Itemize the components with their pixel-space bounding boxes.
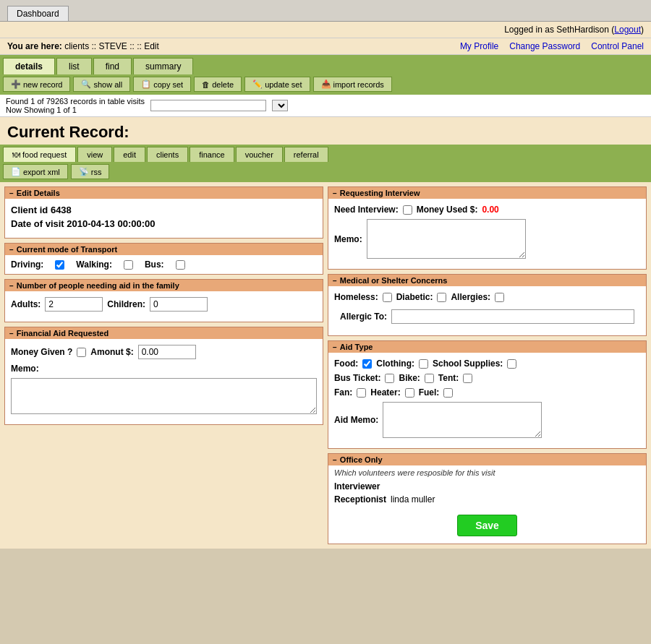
- diabetic-checkbox[interactable]: [437, 293, 446, 302]
- adults-input[interactable]: [45, 297, 103, 312]
- date-row: Date of visit 2010-04-13 00:00:00: [11, 218, 317, 229]
- family-title: Number of people needing aid in the fami…: [17, 281, 179, 290]
- homeless-checkbox[interactable]: [383, 293, 392, 302]
- allergies-checkbox[interactable]: [495, 293, 504, 302]
- sub-tab-clients[interactable]: clients: [147, 147, 188, 162]
- interview-section: − Requesting Interview Need Interview: M…: [328, 186, 647, 270]
- tent-checkbox[interactable]: [463, 374, 472, 383]
- client-id-value: 6438: [51, 205, 72, 215]
- browser-tab[interactable]: Dashboard: [7, 6, 69, 21]
- interviewer-row: Interviewer: [328, 480, 646, 493]
- heater-checkbox[interactable]: [405, 388, 414, 398]
- record-title-bar: Current Record:: [0, 117, 651, 145]
- export-xml-icon: 📄: [11, 167, 21, 176]
- financial-memo-label: Memo:: [11, 364, 39, 374]
- tab-details[interactable]: details: [3, 58, 55, 74]
- financial-header: − Financial Aid Requested: [5, 327, 323, 339]
- interview-collapse-icon[interactable]: −: [333, 189, 337, 197]
- action-bar: ➕ new record 🔍 show all 📋 copy set 🗑 del…: [0, 74, 651, 95]
- bike-label: Bike:: [399, 373, 420, 383]
- children-input[interactable]: [150, 297, 208, 312]
- family-collapse-icon[interactable]: −: [9, 282, 14, 290]
- family-fields: Adults: Children:: [11, 297, 317, 312]
- search-input[interactable]: [150, 100, 266, 111]
- bike-checkbox[interactable]: [425, 374, 434, 383]
- rss-button[interactable]: 📡 rss: [71, 164, 110, 179]
- export-xml-button[interactable]: 📄 export xml: [3, 164, 68, 179]
- bus-label: Bus:: [145, 259, 164, 270]
- rss-icon: 📡: [79, 167, 89, 176]
- transport-body: Driving: Walking: Bus:: [5, 255, 323, 274]
- need-interview-label: Need Interview:: [334, 205, 399, 215]
- school-supplies-checkbox[interactable]: [507, 359, 516, 369]
- show-all-button[interactable]: 🔍 show all: [73, 77, 130, 92]
- school-supplies-label: School Supplies:: [433, 359, 503, 369]
- save-button[interactable]: Save: [457, 515, 517, 536]
- sub-tab-voucher[interactable]: voucher: [236, 147, 283, 162]
- sub-tab-edit[interactable]: edit: [114, 147, 145, 162]
- update-set-button[interactable]: ✏️ update set: [244, 77, 310, 92]
- tab-list[interactable]: list: [56, 58, 92, 74]
- aid-type-collapse-icon[interactable]: −: [333, 343, 337, 351]
- form-area: − Edit Details Client id 6438 Date of vi…: [0, 182, 651, 549]
- fuel-checkbox[interactable]: [443, 388, 453, 398]
- children-label: Children:: [107, 299, 145, 309]
- financial-collapse-icon[interactable]: −: [9, 330, 14, 338]
- update-set-label: update set: [265, 80, 302, 89]
- transport-collapse-icon[interactable]: −: [9, 246, 14, 254]
- header-bar: Logged in as SethHardison (Logout): [0, 22, 651, 38]
- clothing-checkbox[interactable]: [419, 359, 428, 369]
- aid-memo-textarea[interactable]: [383, 402, 542, 438]
- fan-checkbox[interactable]: [357, 388, 366, 398]
- aid-type-title: Aid Type: [340, 343, 373, 351]
- breadcrumb-bar: You are here: clients :: STEVE :: :: Edi…: [0, 38, 651, 55]
- date-value: 2010-04-13 00:00:00: [67, 218, 155, 229]
- aid-row-1: Food: Clothing: School Supplies:: [334, 359, 640, 369]
- clothing-label: Clothing:: [376, 359, 414, 369]
- logout-suffix: ): [641, 25, 644, 35]
- new-record-button[interactable]: ➕ new record: [3, 77, 70, 92]
- collapse-icon[interactable]: −: [9, 189, 14, 197]
- financial-body: Money Given ? Amonut $: Memo:: [5, 339, 323, 424]
- search-select[interactable]: [272, 100, 288, 111]
- memo-row: Memo:: [334, 219, 640, 259]
- breadcrumb-path: clients :: STEVE :: :: Edit: [64, 41, 159, 51]
- breadcrumb-prefix: You are here:: [7, 41, 62, 51]
- control-panel-link[interactable]: Control Panel: [591, 41, 644, 51]
- update-set-icon: ✏️: [252, 80, 263, 89]
- copy-set-button[interactable]: 📋 copy set: [133, 77, 191, 92]
- import-records-button[interactable]: 📥 import records: [313, 77, 392, 92]
- new-record-icon: ➕: [11, 80, 21, 89]
- office-collapse-icon[interactable]: −: [333, 456, 337, 464]
- delete-button[interactable]: 🗑 delete: [194, 77, 242, 92]
- sub-tab-referral[interactable]: referral: [284, 147, 328, 162]
- amount-input[interactable]: [138, 345, 196, 359]
- bus-checkbox[interactable]: [176, 260, 185, 270]
- tab-find[interactable]: find: [93, 58, 132, 74]
- form-left: − Edit Details Client id 6438 Date of vi…: [4, 186, 323, 544]
- bus-ticket-checkbox[interactable]: [385, 374, 394, 383]
- adults-label: Adults:: [11, 299, 41, 309]
- sub-tab-finance[interactable]: finance: [190, 147, 234, 162]
- food-checkbox[interactable]: [362, 359, 372, 369]
- driving-checkbox[interactable]: [55, 260, 64, 270]
- fan-label: Fan:: [334, 387, 352, 398]
- memo-textarea[interactable]: [367, 219, 526, 259]
- need-interview-checkbox[interactable]: [403, 205, 412, 215]
- allergic-to-input[interactable]: [391, 309, 634, 324]
- money-given-row: Money Given ? Amonut $:: [11, 345, 317, 359]
- tab-summary[interactable]: summary: [133, 58, 193, 74]
- memo-label: Memo:: [334, 234, 362, 244]
- sub-tab-view[interactable]: view: [77, 147, 112, 162]
- aid-row-2: Bus Ticket: Bike: Tent:: [334, 373, 640, 383]
- sub-tab-food-request[interactable]: 🍽 food request: [3, 147, 76, 162]
- medical-collapse-icon[interactable]: −: [333, 277, 337, 285]
- money-given-checkbox[interactable]: [77, 348, 86, 357]
- receptionist-label: Receptionist: [334, 494, 386, 505]
- walking-checkbox[interactable]: [124, 260, 133, 270]
- interview-title: Requesting Interview: [340, 189, 420, 197]
- my-profile-link[interactable]: My Profile: [460, 41, 498, 51]
- logout-link[interactable]: Logout: [614, 25, 641, 35]
- change-password-link[interactable]: Change Password: [509, 41, 580, 51]
- financial-memo-textarea[interactable]: [11, 378, 317, 414]
